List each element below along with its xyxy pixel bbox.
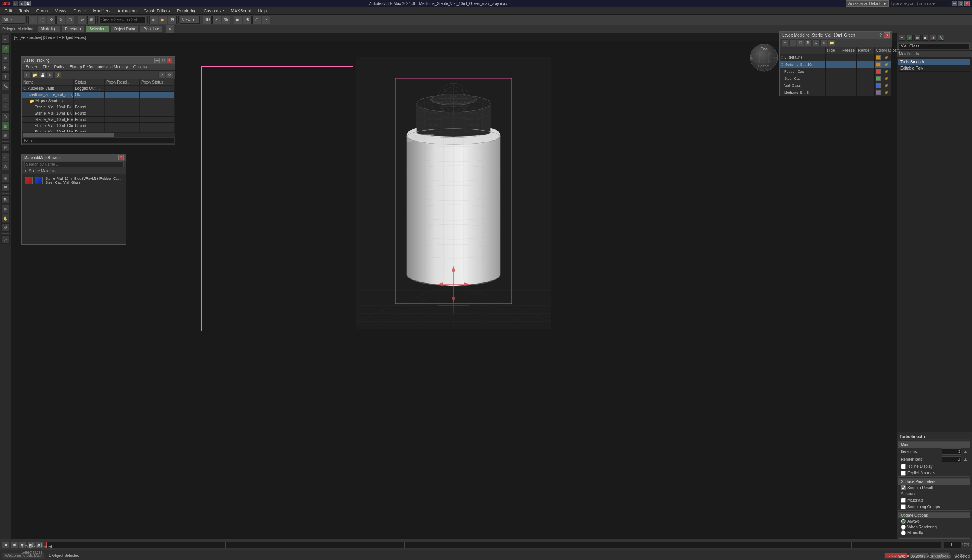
- table-row[interactable]: Sterile_Vial_10ml_Glossiness.png Found: [22, 123, 175, 129]
- lp-add-to[interactable]: →: [789, 39, 796, 46]
- lp-hide-0[interactable]: —: [826, 54, 841, 61]
- lp-render-1[interactable]: —: [857, 61, 875, 68]
- menu-graph-editors[interactable]: Graph Editors: [140, 8, 173, 14]
- render-frame-btn[interactable]: 🖼: [168, 16, 177, 24]
- lp-col-render[interactable]: Render: [857, 47, 875, 54]
- at-tb-help[interactable]: ?: [158, 72, 165, 79]
- table-row[interactable]: Sterile_Vial_10ml_Normal.png Found: [22, 129, 175, 132]
- lp-render-5[interactable]: —: [857, 89, 875, 96]
- at-menu-file[interactable]: File: [40, 65, 51, 70]
- lp-delete[interactable]: ✕: [813, 39, 820, 46]
- snap-pct-btn[interactable]: %: [222, 16, 230, 24]
- lp-color-0[interactable]: [875, 54, 883, 61]
- at-path-input[interactable]: [22, 137, 175, 144]
- lp-rad-5[interactable]: ☀: [883, 89, 892, 96]
- new-btn[interactable]: □: [13, 1, 18, 6]
- create-icon[interactable]: +: [1, 35, 10, 44]
- lp-close-btn[interactable]: ✕: [884, 32, 890, 38]
- at-col-proxy-status[interactable]: Proxy Status: [140, 79, 175, 85]
- at-tb-opts[interactable]: ⚙: [166, 72, 173, 79]
- snap-3d-btn[interactable]: 3D: [203, 16, 212, 24]
- selection-filter[interactable]: ⊕: [1, 174, 10, 182]
- menu-group[interactable]: Group: [33, 8, 51, 14]
- motion-panel-btn[interactable]: ▶: [922, 35, 928, 41]
- select-move-btn[interactable]: ✛: [47, 16, 56, 24]
- lp-hide-3[interactable]: —: [826, 75, 841, 82]
- modify-icon[interactable]: ✐: [1, 44, 10, 53]
- at-scrollbar[interactable]: [22, 132, 175, 137]
- minimize-btn[interactable]: —: [952, 1, 957, 6]
- smooth-result-checkbox[interactable]: [901, 485, 906, 490]
- lp-rad-3[interactable]: ☀: [883, 75, 892, 82]
- lp-rad-2[interactable]: ☀: [883, 68, 892, 75]
- selection-set-input[interactable]: [99, 16, 146, 23]
- anim-prev-btn[interactable]: |◀: [2, 542, 9, 548]
- lp-color-1[interactable]: [875, 61, 883, 68]
- tab-modeling[interactable]: Modeling: [37, 26, 60, 32]
- render-setup-btn[interactable]: ⚙: [243, 16, 252, 24]
- utilities-icon[interactable]: 🔧: [1, 82, 10, 90]
- lp-select[interactable]: ☐: [797, 39, 804, 46]
- object-name-input[interactable]: [899, 43, 970, 49]
- at-tb-ref[interactable]: ↻: [47, 72, 54, 79]
- modifier-turbosm[interactable]: TurboSmooth: [898, 59, 970, 65]
- anim-prev-frame-btn[interactable]: ◀: [10, 542, 18, 548]
- menu-animation[interactable]: Animation: [114, 8, 140, 14]
- at-menu-options[interactable]: Options: [131, 65, 149, 70]
- workspace-dropdown[interactable]: Workspace: Default ▼: [846, 0, 889, 7]
- lp-color-3[interactable]: [875, 75, 883, 82]
- list-item[interactable]: □ Medicine_S..._10m — — — ☀: [780, 61, 892, 68]
- lp-col-freeze[interactable]: Freeze: [841, 47, 857, 54]
- curve-editor-btn[interactable]: ~: [262, 16, 270, 24]
- pan-btn[interactable]: ✋: [1, 214, 10, 222]
- mirror-btn[interactable]: ⇔: [78, 16, 86, 24]
- timeline-track[interactable]: [46, 541, 941, 548]
- zoom-btn[interactable]: 🔍: [1, 195, 10, 204]
- lp-freeze-2[interactable]: —: [841, 68, 857, 75]
- all-dropdown[interactable]: All ▼: [2, 16, 25, 24]
- render-btn[interactable]: ▶: [159, 16, 167, 24]
- hierarchy-icon[interactable]: ⊕: [1, 54, 10, 62]
- menu-help[interactable]: Help: [255, 8, 270, 14]
- at-menu-server[interactable]: Server: [23, 65, 39, 70]
- align-btn[interactable]: ⊞: [87, 16, 96, 24]
- search-input[interactable]: [889, 1, 947, 6]
- lp-hide-5[interactable]: —: [826, 89, 841, 96]
- lp-color-2[interactable]: [875, 68, 883, 75]
- quick-render-btn[interactable]: ▶: [234, 16, 242, 24]
- mb-search-input[interactable]: [24, 161, 124, 167]
- lp-help-btn[interactable]: ?: [879, 33, 882, 37]
- open-btn[interactable]: ▲: [19, 1, 25, 6]
- lp-col-hide[interactable]: Hide: [826, 47, 841, 54]
- menu-create[interactable]: Create: [70, 8, 89, 14]
- select-obj-btn[interactable]: ☞: [28, 16, 37, 24]
- select-scale-btn[interactable]: ⊡: [66, 16, 74, 24]
- table-row[interactable]: □ Medicine_Sterile_Vial_10ml_Green_max_v…: [22, 92, 175, 98]
- display-panel-btn[interactable]: 👁: [930, 35, 936, 41]
- menu-views[interactable]: Views: [52, 8, 69, 14]
- tab-freeform[interactable]: Freeform: [61, 26, 84, 32]
- lp-freeze-4[interactable]: —: [841, 82, 857, 89]
- angle-snap[interactable]: ∠: [1, 152, 10, 161]
- nav-sphere[interactable]: Top Bottom L R: [748, 42, 779, 74]
- at-tb-rel[interactable]: ⚡: [54, 72, 61, 79]
- edge-icon[interactable]: /: [1, 103, 10, 112]
- lp-rad-1[interactable]: ☀: [883, 61, 892, 68]
- add-time-tag[interactable]: Add Time Tag: [927, 554, 951, 558]
- mb-close-btn[interactable]: ✕: [118, 155, 124, 160]
- lp-freeze-1[interactable]: —: [841, 61, 857, 68]
- modifier-editpoly[interactable]: Editable Poly: [898, 65, 970, 72]
- render-iters-input[interactable]: [942, 456, 961, 462]
- table-row[interactable]: Sterile_Vial_10ml_Blue_refraction.png Fo…: [22, 110, 175, 117]
- mat-editor-btn[interactable]: ⬡: [252, 16, 261, 24]
- view-dropdown[interactable]: View ▼: [180, 16, 200, 24]
- lp-open[interactable]: 📁: [828, 39, 835, 46]
- list-item[interactable]: Vial_Glass — — — ☀: [780, 82, 892, 89]
- lp-color-5[interactable]: [875, 89, 883, 96]
- table-row[interactable]: 📁 Maps / Shaders: [22, 98, 175, 104]
- expand-btn[interactable]: »: [166, 25, 174, 33]
- motion-icon[interactable]: ▶: [1, 63, 10, 72]
- lp-freeze-0[interactable]: —: [841, 54, 857, 61]
- at-scrollbar-thumb[interactable]: [23, 133, 114, 136]
- at-tb-new[interactable]: +: [23, 72, 30, 79]
